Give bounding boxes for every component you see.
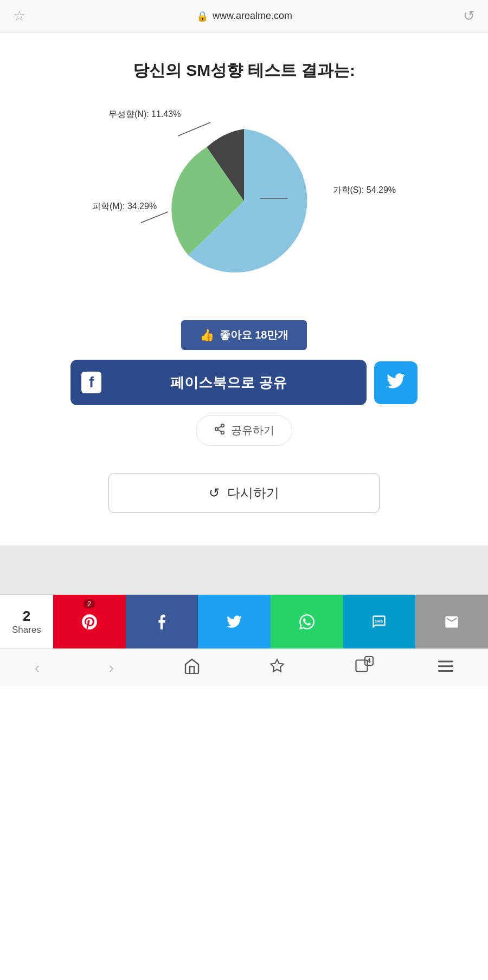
svg-line-7 <box>218 426 221 429</box>
retry-button[interactable]: ↺ 다시하기 <box>108 473 380 513</box>
menu-button[interactable] <box>438 659 453 677</box>
facebook-bar-button[interactable] <box>126 595 198 648</box>
svg-line-1 <box>141 212 168 223</box>
lock-icon: 🔒 <box>196 10 208 22</box>
svg-marker-9 <box>271 659 283 671</box>
back-button[interactable]: ‹ <box>35 659 40 677</box>
tab-count: 4 <box>364 656 374 666</box>
url-bar[interactable]: 🔒 www.arealme.com <box>196 10 292 22</box>
like-button[interactable]: 👍 좋아요 18만개 <box>181 320 307 350</box>
chart-label-n: 무성향(N): 11.43% <box>108 109 181 120</box>
ad-area <box>0 546 488 594</box>
chart-label-m: 피학(M): 34.29% <box>92 201 157 212</box>
retry-label: 다시하기 <box>227 484 279 502</box>
svg-rect-12 <box>438 665 453 667</box>
svg-point-5 <box>221 431 224 434</box>
svg-text:SMS: SMS <box>375 619 384 623</box>
generic-share-button[interactable]: 공유하기 <box>196 415 292 446</box>
share-bar: 2 Shares 2 <box>0 594 488 648</box>
favorite-icon[interactable]: ☆ <box>13 8 25 24</box>
svg-point-3 <box>221 424 224 427</box>
home-button[interactable] <box>183 658 201 678</box>
twitter-icon <box>387 373 405 392</box>
thumbs-up-icon: 👍 <box>200 328 214 342</box>
pie-chart <box>168 125 320 277</box>
social-area: 👍 좋아요 18만개 f 페이스북으로 공유 <box>22 320 466 446</box>
facebook-share-label: 페이스북으로 공유 <box>101 373 356 392</box>
pinterest-badge: 2 <box>84 599 95 608</box>
share-label: 공유하기 <box>231 423 274 438</box>
sms-share-button[interactable]: SMS <box>343 595 416 648</box>
tabs-button[interactable]: 4 <box>354 658 369 677</box>
shares-label: Shares <box>12 625 41 635</box>
twitter-share-button[interactable] <box>374 361 418 404</box>
svg-rect-11 <box>438 660 453 662</box>
like-label: 좋아요 18만개 <box>220 328 289 342</box>
retry-icon: ↺ <box>209 485 220 501</box>
share-row: f 페이스북으로 공유 <box>70 360 418 405</box>
shares-number: 2 <box>23 608 30 625</box>
page-title: 당신의 SM성향 테스트 결과는: <box>22 60 466 82</box>
bookmark-button[interactable] <box>269 658 285 678</box>
twitter-bar-button[interactable] <box>198 595 271 648</box>
pinterest-share-button[interactable]: 2 <box>53 595 126 648</box>
retry-area: ↺ 다시하기 <box>22 473 466 513</box>
svg-rect-13 <box>438 670 453 672</box>
share-icon <box>214 423 226 438</box>
svg-line-6 <box>218 430 221 432</box>
whatsapp-share-button[interactable] <box>271 595 343 648</box>
browser-nav-bar: ‹ › 4 <box>0 648 488 686</box>
chart-label-s: 가학(S): 54.29% <box>333 185 396 196</box>
url-text: www.arealme.com <box>213 10 292 22</box>
facebook-icon: f <box>81 372 101 393</box>
svg-point-4 <box>215 427 219 431</box>
forward-button[interactable]: › <box>109 659 114 677</box>
reload-icon[interactable]: ↺ <box>463 8 475 24</box>
share-buttons-bar: 2 SMS <box>53 595 488 648</box>
facebook-share-button[interactable]: f 페이스북으로 공유 <box>70 360 367 405</box>
email-share-button[interactable] <box>415 595 488 648</box>
chart-area: 무성향(N): 11.43% 피학(M): 34.29% 가학(S): 54.2… <box>92 103 396 298</box>
share-count: 2 Shares <box>0 595 53 648</box>
browser-bar: ☆ 🔒 www.arealme.com ↺ <box>0 0 488 33</box>
main-content: 당신의 SM성향 테스트 결과는: 무성향(N): 11.43% 피학(M): <box>0 33 488 513</box>
